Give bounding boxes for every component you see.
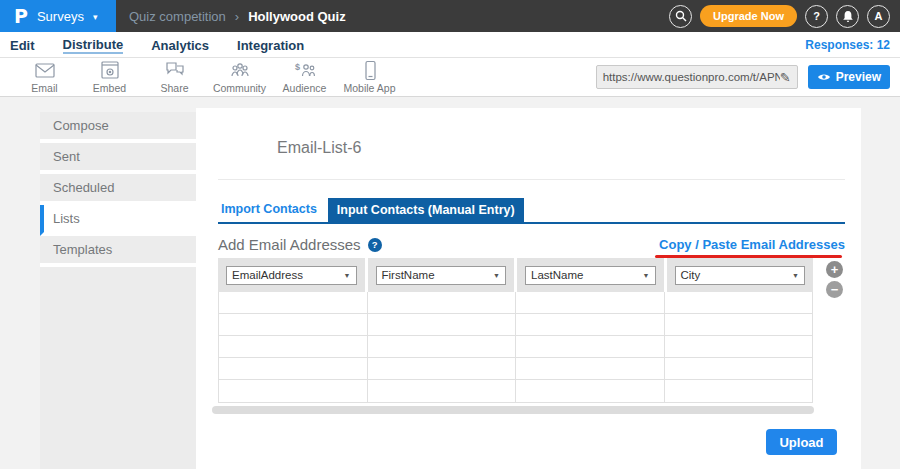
tab-import-contacts[interactable]: Import Contacts [221,202,317,216]
tool-mobile-app[interactable]: Mobile App [337,60,402,94]
survey-nav: Edit Distribute Analytics Integration Re… [0,32,900,58]
email-icon [33,60,57,82]
eye-icon [817,72,831,82]
nav-integration[interactable]: Integration [237,36,304,53]
distribute-toolbar: Email Embed Share Community $ Audience M… [0,58,900,97]
tool-audience[interactable]: $ Audience [272,60,337,94]
nav-edit[interactable]: Edit [10,36,35,53]
edit-url-icon[interactable]: ✎ [780,70,791,85]
upload-button[interactable]: Upload [766,429,837,455]
horizontal-scrollbar[interactable] [212,406,814,414]
tool-embed[interactable]: Embed [77,60,142,94]
embed-icon [98,60,122,82]
svg-text:$: $ [295,62,300,72]
responses-count[interactable]: Responses: 12 [805,38,890,52]
tool-label: Community [213,82,266,94]
table-row [219,358,812,380]
tool-label: Share [160,82,188,94]
column-header: EmailAddress ▼ [218,258,368,292]
contact-cell[interactable] [219,336,368,357]
add-emails-header: Add Email Addresses ? Copy / Paste Email… [218,236,845,253]
remove-row-button[interactable]: − [826,281,843,298]
contact-cell[interactable] [665,358,813,379]
section-title: Add Email Addresses [218,236,361,253]
breadcrumb-parent[interactable]: Quiz competition [129,9,226,24]
selected-column-label: FirstName [382,269,435,281]
survey-url-input[interactable] [603,71,780,83]
tool-community[interactable]: Community [207,60,272,94]
column-select-lastname[interactable]: LastName ▼ [525,266,656,285]
share-icon [163,60,187,82]
contact-cell[interactable] [516,292,665,313]
upgrade-now-button[interactable]: Upgrade Now [700,5,797,27]
app-window: P Surveys ▾ Quiz competition › Hollywood… [0,0,900,469]
select-caret-icon: ▼ [643,272,650,279]
select-caret-icon: ▼ [344,272,351,279]
contact-cell[interactable] [368,358,517,379]
contact-cell[interactable] [665,380,813,402]
contact-cell[interactable] [219,380,368,402]
tool-share[interactable]: Share [142,60,207,94]
contact-cell[interactable] [665,336,813,357]
tab-input-contacts-manual-entry[interactable]: Input Contacts (Manual Entry) [328,198,524,222]
contact-cell[interactable] [368,380,517,402]
topbar-actions: Upgrade Now ? A [669,5,900,28]
nav-distribute[interactable]: Distribute [63,35,124,54]
sidebar-item-scheduled[interactable]: Scheduled [40,174,196,205]
select-caret-icon: ▼ [792,272,799,279]
column-header: FirstName ▼ [368,258,518,292]
copy-paste-email-addresses-link[interactable]: Copy / Paste Email Addresses [659,237,845,252]
sidebar-item-compose[interactable]: Compose [40,112,196,143]
surveys-menu[interactable]: P Surveys ▾ [0,0,116,32]
sidebar-item-sent[interactable]: Sent [40,143,196,174]
contact-cell[interactable] [665,314,813,335]
lists-panel: Email-List-6 Import Contacts Input Conta… [196,108,861,469]
contact-cell[interactable] [219,292,368,313]
avatar[interactable]: A [867,5,890,28]
nav-analytics[interactable]: Analytics [151,36,209,53]
contact-cell[interactable] [516,380,665,402]
audience-icon: $ [293,60,317,82]
contact-cell[interactable] [368,336,517,357]
search-button[interactable] [669,5,692,28]
contact-cell[interactable] [219,358,368,379]
contact-cell[interactable] [665,292,813,313]
tool-label: Audience [283,82,327,94]
preview-label: Preview [836,70,881,84]
table-row [219,380,812,402]
column-select-emailaddress[interactable]: EmailAddress ▼ [226,266,357,285]
chevron-down-icon: ▾ [93,12,98,22]
contact-cell[interactable] [368,292,517,313]
sidebar-item-templates[interactable]: Templates [40,236,196,267]
tool-label: Embed [93,82,126,94]
email-sidebar: Compose Sent Scheduled Lists Templates [40,112,196,469]
breadcrumb-current: Hollywood Quiz [248,9,346,24]
table-row [219,336,812,358]
bell-icon [842,10,854,23]
contact-cell[interactable] [516,314,665,335]
table-row [219,292,812,314]
tool-email[interactable]: Email [12,60,77,94]
selected-column-label: EmailAddress [232,269,303,281]
top-bar: P Surveys ▾ Quiz competition › Hollywood… [0,0,900,32]
contacts-grid [218,292,813,403]
table-row [219,314,812,336]
search-icon [675,10,687,22]
column-select-firstname[interactable]: FirstName ▼ [376,266,507,285]
preview-button[interactable]: Preview [808,65,890,89]
help-button[interactable]: ? [805,5,828,28]
surveys-menu-label: Surveys [37,9,84,24]
help-tooltip-icon[interactable]: ? [368,238,382,252]
contact-cell[interactable] [219,314,368,335]
notifications-button[interactable] [836,5,859,28]
contact-cell[interactable] [516,358,665,379]
title-divider [218,179,845,180]
contact-cell[interactable] [516,336,665,357]
contact-cell[interactable] [368,314,517,335]
column-select-city[interactable]: City ▼ [675,266,806,285]
sidebar-item-lists[interactable]: Lists [40,205,196,236]
add-row-button[interactable]: + [826,261,843,278]
breadcrumb: Quiz competition › Hollywood Quiz [129,9,346,24]
breadcrumb-separator-icon: › [235,9,239,24]
community-icon [228,60,252,82]
